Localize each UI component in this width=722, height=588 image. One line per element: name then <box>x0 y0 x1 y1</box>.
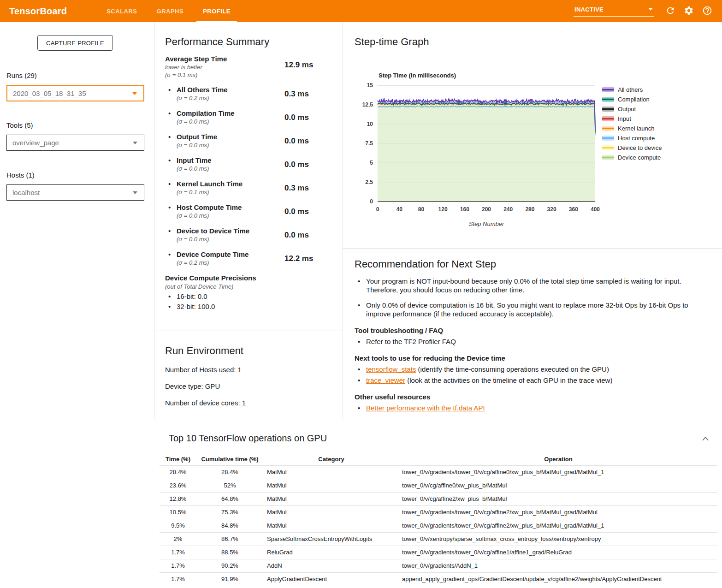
legend-swatch <box>602 155 614 160</box>
run-environment-section: Run Environment Number of Hosts used: 1D… <box>154 331 343 407</box>
perf-item-text: Compilation Time(σ = 0.0 ms) <box>177 109 284 125</box>
tools-select-value: overview_page <box>12 139 59 147</box>
capture-profile-button[interactable]: CAPTURE PROFILE <box>37 35 113 51</box>
resource-link[interactable]: Better performance with the tf.data API <box>366 404 485 412</box>
settings-button[interactable] <box>683 6 694 17</box>
legend-label: Compilation <box>618 96 650 103</box>
step-time-chart-plot[interactable] <box>378 85 595 202</box>
next-tool-text: tensorflow_stats (identify the time-cons… <box>366 365 609 374</box>
refresh-button[interactable] <box>665 6 676 17</box>
bullet: • <box>168 303 172 310</box>
table-cell: 28.4% <box>160 465 196 479</box>
bullet: • <box>358 337 362 346</box>
faq-title: Tool troubleshooting / FAQ <box>355 327 719 334</box>
run-status-dropdown[interactable]: INACTIVE <box>574 6 654 17</box>
bullet: • <box>168 292 172 300</box>
perf-item-label: Input Time <box>177 156 284 164</box>
run-environment-title: Run Environment <box>165 345 331 357</box>
table-row: 2%86.7%SparseSoftmaxCrossEntropyWithLogi… <box>160 532 717 546</box>
x-tick-label: 360 <box>569 206 578 213</box>
precisions-title: Device Compute Precisions <box>165 274 324 282</box>
help-button[interactable] <box>702 6 713 17</box>
perf-item-value: 12.2 ms <box>284 254 324 263</box>
table-row: 1.7%91.9%ApplyGradientDescentappend_appl… <box>160 572 717 586</box>
performance-summary-section: Performance Summary Average Step Time lo… <box>154 22 343 331</box>
perf-items: •All Others Time(σ = 0.2 ms)0.3 ms•Compi… <box>165 86 324 266</box>
sidebar: CAPTURE PROFILE Runs (29) 2020_03_05_18_… <box>0 22 154 588</box>
bullet: • <box>358 404 362 412</box>
bullet: • <box>168 227 172 235</box>
table-cell: ApplyGradientDescent <box>263 572 399 586</box>
table-cell: ReluGrad <box>263 546 399 559</box>
perf-item-value: 0.0 ms <box>284 231 324 240</box>
perf-item-sigma: (σ = 0.1 ms) <box>177 189 284 196</box>
chevron-up-icon <box>702 436 709 441</box>
table-cell: 1.7% <box>160 572 196 586</box>
faq-item: •Refer to the TF2 Profiler FAQ <box>355 337 719 346</box>
table-row: 9.5%84.8%MatMultower_0/v/gradients/tower… <box>160 519 717 532</box>
recommendation-bullet: •Only 0.0% of device computation is 16 b… <box>355 301 719 318</box>
bullet: • <box>358 365 362 374</box>
precision-item: •32-bit: 100.0 <box>165 303 324 310</box>
table-row: 1.7%88.5%ReluGradtower_0/v/gradients/tow… <box>160 546 717 559</box>
table-row: 28.4%28.4%MatMultower_0/v/gradients/towe… <box>160 465 717 479</box>
table-cell: MatMul <box>263 505 399 519</box>
gear-icon <box>684 6 694 16</box>
tab-scalars[interactable]: SCALARS <box>99 0 144 22</box>
perf-item-label: Kernel Launch Time <box>177 180 284 188</box>
table-row: 10.5%75.3%MatMultower_0/v/gradients/towe… <box>160 505 717 519</box>
run-env-line: Number of device cores: 1 <box>165 399 331 407</box>
hosts-select[interactable]: localhost <box>6 184 144 201</box>
x-tick-label: 120 <box>438 206 448 213</box>
next-tool-desc: (identify the time-consuming operations … <box>416 365 609 373</box>
perf-item-text: Output Time(σ = 0.0 ms) <box>177 133 284 148</box>
perf-item-sigma: (σ = 0.0 ms) <box>177 118 284 125</box>
y-tick-label: 2.5 <box>365 179 373 185</box>
next-tool-desc: (look at the activities on the timeline … <box>405 376 612 384</box>
top-app-bar: TensorBoard SCALARSGRAPHSPROFILE INACTIV… <box>0 0 722 22</box>
step-time-graph-section: Step-time Graph 02.557.51012.51504080120… <box>343 22 722 419</box>
legend-swatch <box>602 145 614 150</box>
collapse-section-button[interactable] <box>702 436 709 443</box>
table-cell: 1.7% <box>160 559 196 572</box>
perf-item: •Host Compute Time(σ = 0.0 ms)0.0 ms <box>165 203 324 219</box>
runs-select-value: 2020_03_05_18_31_35 <box>13 89 86 97</box>
perf-item-sigma: (σ = 0.2 ms) <box>177 259 284 266</box>
step-time-chart[interactable]: 02.557.51012.515040801201602002402803203… <box>343 22 722 253</box>
navbar-actions: INACTIVE <box>574 0 716 22</box>
table-cell: append_apply_gradient_ops/GradientDescen… <box>399 572 717 586</box>
faq-items: •Refer to the TF2 Profiler FAQ <box>355 337 719 346</box>
legend-swatch <box>602 87 614 92</box>
x-tick-label: 280 <box>525 206 534 213</box>
y-tick-label: 15 <box>367 82 373 89</box>
perf-item-label: Device to Device Time <box>177 227 284 235</box>
tools-select[interactable]: overview_page <box>6 135 144 151</box>
top-ops-section: Top 10 TensorFlow operations on GPU Time… <box>154 419 722 588</box>
table-cell: tower_0/v/gradients/tower_0/v/cg/affine2… <box>399 505 717 519</box>
refresh-icon <box>665 6 675 16</box>
perf-item: •All Others Time(σ = 0.2 ms)0.3 ms <box>165 86 324 101</box>
perf-item-text: Kernel Launch Time(σ = 0.1 ms) <box>177 180 284 196</box>
perf-item-text: Device Compute Time(σ = 0.2 ms) <box>177 250 284 266</box>
tool-link-tensorflow_stats[interactable]: tensorflow_stats <box>366 365 416 373</box>
bullet: • <box>358 277 362 294</box>
perf-item-text: Device to Device Time(σ = 0.0 ms) <box>177 227 284 243</box>
tab-profile[interactable]: PROFILE <box>195 0 238 22</box>
run-env-line: Number of Hosts used: 1 <box>165 366 331 374</box>
tab-graphs[interactable]: GRAPHS <box>149 0 191 22</box>
chevron-down-icon <box>133 142 137 144</box>
next-tool-item: •trace_viewer (look at the activities on… <box>355 376 719 385</box>
perf-item-label: Device Compute Time <box>177 250 284 258</box>
legend-label: Device compute <box>618 154 661 161</box>
next-tool-text: trace_viewer (look at the activities on … <box>366 376 612 385</box>
perf-item: •Kernel Launch Time(σ = 0.1 ms)0.3 ms <box>165 180 324 196</box>
runs-select[interactable]: 2020_03_05_18_31_35 <box>6 85 144 101</box>
table-cell: 2% <box>160 532 196 546</box>
perf-item: •Device Compute Time(σ = 0.2 ms)12.2 ms <box>165 250 324 266</box>
table-header-cell: Category <box>263 453 399 465</box>
tool-link-trace_viewer[interactable]: trace_viewer <box>366 376 405 384</box>
step-time-graph-title: Step-time Graph <box>355 36 429 48</box>
average-step-time-label: Average Step Time <box>165 55 284 63</box>
perf-item-label: Output Time <box>177 133 284 141</box>
perf-item-value: 0.0 ms <box>284 160 324 169</box>
